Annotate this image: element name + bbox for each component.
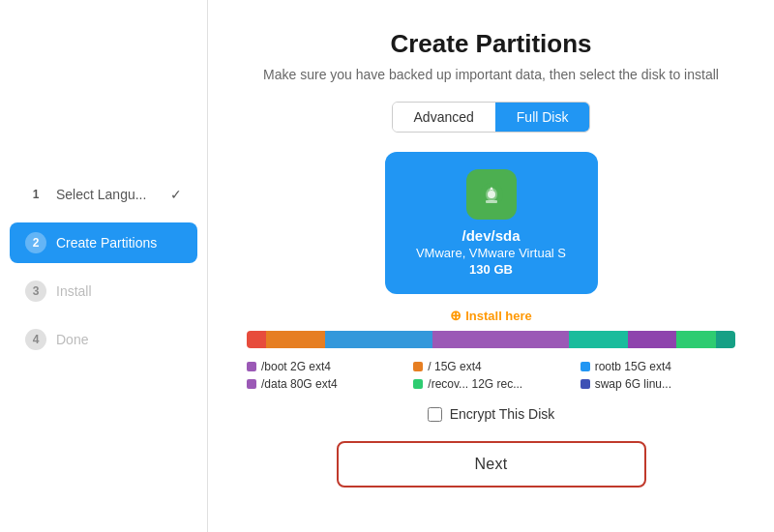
tab-group: Advanced Full Disk: [392, 102, 591, 133]
install-here-label: Install here: [450, 308, 532, 323]
sidebar-step-create-partitions[interactable]: 2Create Partitions: [10, 222, 197, 263]
tab-advanced[interactable]: Advanced: [393, 103, 495, 132]
bar-seg-6: [628, 331, 677, 348]
sidebar-step-done: 4Done: [10, 319, 197, 360]
step-label-done: Done: [56, 332, 88, 347]
legend-dot-2: [580, 362, 590, 371]
encrypt-checkbox[interactable]: [428, 407, 442, 422]
legend-item-3: /data 80G ext4: [247, 377, 402, 391]
disk-size: 130 GB: [469, 262, 513, 277]
legend-text-2: rootb 15G ext4: [595, 360, 671, 373]
bar-seg-4: [432, 331, 569, 348]
partition-legend: /boot 2G ext4/ 15G ext4rootb 15G ext4/da…: [247, 360, 735, 391]
step-num-select-lang: 1: [25, 184, 46, 205]
next-button[interactable]: Next: [337, 441, 646, 488]
bar-seg-3: [325, 331, 432, 348]
legend-text-1: / 15G ext4: [428, 360, 481, 373]
step-label-select-lang: Select Langu...: [56, 187, 146, 202]
step-label-install: Install: [56, 283, 92, 299]
legend-item-1: / 15G ext4: [413, 360, 568, 373]
legend-dot-5: [580, 379, 590, 389]
legend-item-2: rootb 15G ext4: [580, 360, 735, 373]
main-content: Create Partitions Make sure you have bac…: [208, 0, 774, 532]
partition-bar: [247, 331, 735, 348]
page-title: Create Partitions: [390, 29, 591, 59]
legend-item-0: /boot 2G ext4: [247, 360, 402, 373]
encrypt-row: Encrypt This Disk: [428, 406, 555, 422]
svg-rect-2: [486, 200, 497, 203]
sidebar-step-select-lang[interactable]: 1Select Langu...✓: [10, 174, 197, 215]
legend-dot-1: [413, 362, 423, 371]
bar-seg-7: [676, 331, 715, 348]
legend-text-0: /boot 2G ext4: [261, 360, 331, 373]
step-num-create-partitions: 2: [25, 232, 46, 253]
disk-name: /dev/sda: [461, 227, 520, 244]
svg-point-1: [488, 191, 495, 198]
legend-item-4: /recov... 12G rec...: [413, 377, 568, 391]
sidebar-step-install: 3Install: [10, 271, 197, 311]
encrypt-label: Encrypt This Disk: [450, 406, 555, 422]
legend-dot-0: [247, 362, 256, 371]
legend-text-5: swap 6G linu...: [595, 377, 671, 391]
disk-icon-wrapper: [466, 169, 517, 220]
bar-seg-5: [569, 331, 628, 348]
step-label-create-partitions: Create Partitions: [56, 235, 157, 251]
disk-card[interactable]: /dev/sda VMware, VMware Virtual S 130 GB: [385, 152, 598, 294]
legend-text-3: /data 80G ext4: [261, 377, 338, 391]
legend-dot-4: [413, 379, 423, 389]
bar-seg-2: [266, 331, 325, 348]
tab-full-disk[interactable]: Full Disk: [495, 103, 590, 132]
bar-seg-1: [247, 331, 266, 348]
legend-dot-3: [247, 379, 256, 389]
bar-seg-8: [716, 331, 735, 348]
sidebar: 1Select Langu...✓2Create Partitions3Inst…: [0, 0, 208, 532]
legend-item-5: swap 6G linu...: [580, 377, 735, 391]
step-num-install: 3: [25, 281, 46, 302]
legend-text-4: /recov... 12G rec...: [428, 377, 522, 391]
disk-icon: [476, 179, 507, 210]
disk-model: VMware, VMware Virtual S: [416, 246, 566, 260]
step-num-done: 4: [25, 329, 46, 350]
check-icon-select-lang: ✓: [170, 187, 182, 202]
page-subtitle: Make sure you have backed up important d…: [263, 67, 719, 82]
